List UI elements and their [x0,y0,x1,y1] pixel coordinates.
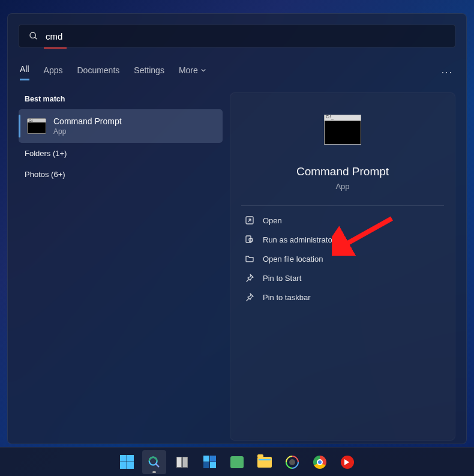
preview-panel: Command Prompt App Open Run as administr… [230,92,455,441]
result-photos[interactable]: Photos (6+) [19,164,223,185]
taskbar-app-1[interactable] [280,450,304,474]
tab-documents[interactable]: Documents [77,65,119,80]
result-title: Command Prompt [53,116,122,126]
chevron-down-icon [200,67,206,73]
result-subtitle: App [53,127,122,136]
youtube-music-button[interactable] [335,450,359,474]
taskbar [0,447,474,476]
action-open-location-label: Open file location [263,255,323,264]
tab-settings[interactable]: Settings [134,65,164,80]
start-button[interactable] [115,450,139,474]
search-input[interactable] [46,31,445,41]
divider [241,205,444,206]
preview-app-icon [324,115,361,145]
windows-logo-icon [120,455,134,469]
results-column: Best match Command Prompt App Folders (1… [19,92,223,441]
preview-title: Command Prompt [241,165,444,178]
pin-icon [245,273,254,283]
overflow-menu-button[interactable]: ··· [442,67,453,78]
action-open[interactable]: Open [241,211,444,230]
task-view-button[interactable] [170,450,194,474]
youtube-icon [341,456,354,469]
task-view-icon [176,457,188,468]
best-match-label: Best match [19,92,223,109]
start-search-panel: All Apps Documents Settings More ··· Bes… [7,13,467,444]
svg-line-1 [35,37,37,39]
tab-more-label: More [179,65,198,75]
filter-tabs: All Apps Documents Settings More ··· [19,64,455,80]
file-explorer-button[interactable] [253,450,277,474]
result-folders[interactable]: Folders (1+) [19,143,223,164]
widgets-button[interactable] [197,450,221,474]
folder-icon [245,254,254,264]
chat-button[interactable] [225,450,249,474]
search-icon [29,31,38,41]
shield-icon [245,235,254,244]
action-pin-taskbar-label: Pin to taskbar [263,293,311,302]
chat-icon [230,456,244,468]
tab-more[interactable]: More [179,65,206,80]
command-prompt-icon [27,118,46,134]
tab-all[interactable]: All [20,64,29,80]
annotation-underline [44,47,67,49]
preview-subtitle: App [241,182,444,191]
widgets-icon [203,456,216,468]
action-open-file-location[interactable]: Open file location [241,249,444,268]
action-pin-to-start[interactable]: Pin to Start [241,268,444,288]
action-run-as-administrator[interactable]: Run as administrator [241,230,444,249]
svg-line-8 [156,463,159,466]
action-pin-start-label: Pin to Start [263,274,301,283]
result-command-prompt[interactable]: Command Prompt App [19,109,223,143]
action-run-admin-label: Run as administrator [263,235,335,244]
folder-icon [257,457,272,468]
tab-apps[interactable]: Apps [44,65,63,80]
action-open-label: Open [263,216,282,225]
search-bar[interactable] [19,25,455,47]
circle-app-icon [283,453,301,471]
chrome-button[interactable] [308,450,332,474]
search-icon [148,456,161,469]
chrome-icon [313,456,326,469]
pin-icon [245,292,254,302]
open-icon [245,215,254,225]
svg-point-0 [30,32,35,38]
taskbar-search-button[interactable] [142,450,166,474]
action-pin-to-taskbar[interactable]: Pin to taskbar [241,288,444,307]
